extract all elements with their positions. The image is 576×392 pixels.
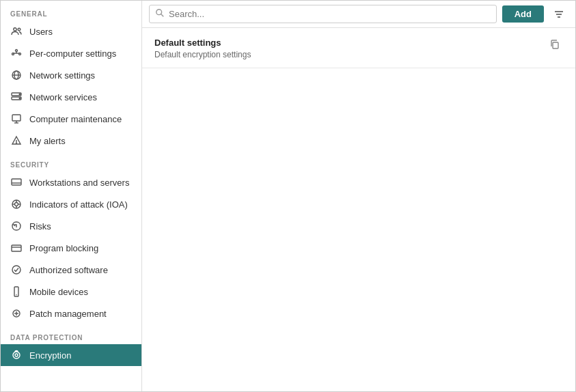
sidebar-item-network-services[interactable]: Network services xyxy=(1,86,141,108)
sidebar-item-computer-maintenance-label: Computer maintenance xyxy=(29,114,122,124)
sidebar-item-risks-label: Risks xyxy=(29,221,51,232)
sidebar: GENERAL Users xyxy=(1,1,142,391)
svg-rect-17 xyxy=(12,115,20,121)
sidebar-item-my-alerts[interactable]: My alerts xyxy=(1,130,141,152)
sidebar-item-network-settings[interactable]: Network settings xyxy=(1,64,141,86)
svg-line-42 xyxy=(161,14,164,17)
search-input[interactable] xyxy=(169,9,491,19)
sidebar-item-per-computer[interactable]: Per-computer settings xyxy=(1,42,141,64)
svg-point-21 xyxy=(16,143,17,143)
policy-subtitle: Default encryption settings xyxy=(154,50,251,59)
sidebar-item-workstations-label: Workstations and servers xyxy=(29,178,129,188)
svg-point-1 xyxy=(18,28,20,31)
sidebar-item-risks[interactable]: Risks xyxy=(1,215,141,237)
svg-rect-30 xyxy=(12,245,21,251)
sidebar-section-data-protection: DATA PROTECTION xyxy=(1,324,141,344)
svg-point-0 xyxy=(14,28,16,31)
mobile-devices-icon xyxy=(10,285,23,298)
svg-point-38 xyxy=(13,352,20,359)
svg-rect-46 xyxy=(553,42,558,48)
sidebar-item-encryption[interactable]: Encryption xyxy=(1,344,141,366)
sidebar-item-users-label: Users xyxy=(29,27,53,37)
my-alerts-icon xyxy=(10,135,23,147)
sidebar-item-users[interactable]: Users xyxy=(1,20,141,42)
sidebar-item-mobile-devices[interactable]: Mobile devices xyxy=(1,281,141,303)
sidebar-section-security: SECURITY xyxy=(1,152,141,171)
sidebar-section-general: GENERAL xyxy=(1,1,141,20)
sidebar-item-program-blocking-label: Program blocking xyxy=(29,243,98,253)
authorized-software-icon xyxy=(10,264,23,276)
sidebar-item-patch-management-label: Patch management xyxy=(29,309,107,319)
sidebar-item-program-blocking[interactable]: Program blocking xyxy=(1,237,141,259)
search-box[interactable] xyxy=(149,5,497,23)
add-button[interactable]: Add xyxy=(502,5,544,23)
policy-row: Default settings Default encryption sett… xyxy=(142,28,575,68)
sidebar-item-encryption-label: Encryption xyxy=(29,350,71,361)
sidebar-item-authorized-software-label: Authorized software xyxy=(29,265,108,275)
sidebar-item-computer-maintenance[interactable]: Computer maintenance xyxy=(1,108,141,130)
toolbar: Add xyxy=(142,1,575,28)
computer-maintenance-icon xyxy=(10,113,23,125)
sidebar-item-patch-management[interactable]: Patch management xyxy=(1,303,141,324)
svg-point-15 xyxy=(19,94,20,95)
svg-point-41 xyxy=(156,10,162,15)
sidebar-item-ioa-label: Indicators of attack (IOA) xyxy=(29,199,128,210)
patch-management-icon xyxy=(10,307,23,320)
svg-rect-22 xyxy=(12,179,21,185)
filter-button[interactable] xyxy=(549,6,568,23)
svg-point-2 xyxy=(16,50,18,52)
svg-point-32 xyxy=(12,266,20,274)
sidebar-item-ioa[interactable]: Indicators of attack (IOA) xyxy=(1,193,141,215)
workstations-icon xyxy=(10,176,23,188)
risks-icon xyxy=(10,220,23,232)
svg-point-25 xyxy=(15,203,18,206)
encryption-icon xyxy=(10,349,23,361)
ioa-icon xyxy=(10,198,23,210)
sidebar-item-my-alerts-label: My alerts xyxy=(29,136,66,146)
program-blocking-icon xyxy=(10,242,23,254)
per-computer-icon xyxy=(10,47,23,59)
sidebar-item-authorized-software[interactable]: Authorized software xyxy=(1,259,141,281)
sidebar-item-network-settings-label: Network settings xyxy=(29,70,95,81)
policy-title: Default settings xyxy=(154,38,251,48)
content-area: Default settings Default encryption sett… xyxy=(142,28,575,391)
svg-point-16 xyxy=(19,98,20,99)
policy-info: Default settings Default encryption sett… xyxy=(154,38,251,59)
sidebar-item-mobile-devices-label: Mobile devices xyxy=(29,287,88,297)
search-icon xyxy=(155,8,165,20)
sidebar-item-per-computer-label: Per-computer settings xyxy=(29,48,116,59)
svg-point-39 xyxy=(15,354,18,356)
users-icon xyxy=(10,25,23,38)
copy-button[interactable] xyxy=(547,38,563,51)
sidebar-item-network-services-label: Network services xyxy=(29,92,97,102)
sidebar-item-workstations[interactable]: Workstations and servers xyxy=(1,171,141,193)
network-settings-icon xyxy=(10,69,23,81)
main-content: Add Default settings Default encryption … xyxy=(142,1,575,391)
network-services-icon xyxy=(10,91,23,103)
